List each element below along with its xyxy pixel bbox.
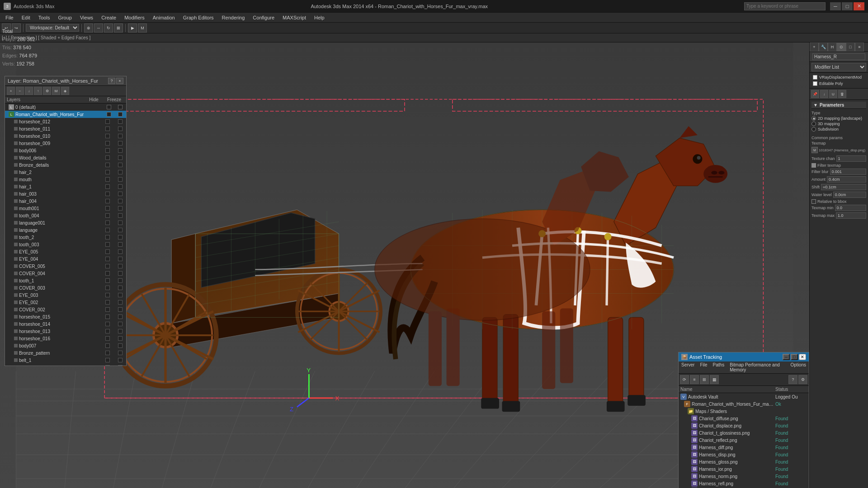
tab-hierarchy[interactable]: H <box>828 42 837 52</box>
menu-rendering[interactable]: Rendering <box>218 14 249 21</box>
sublayer-hide[interactable] <box>105 271 110 276</box>
layer-item-eye_003[interactable]: EYE_003 <box>5 291 126 299</box>
at-menu-file[interactable]: File <box>697 361 710 373</box>
sublayer-freeze[interactable] <box>118 249 123 254</box>
sublayer-hide[interactable] <box>105 148 110 153</box>
layer-item-eye_004[interactable]: EYE_004 <box>5 255 126 263</box>
sublayer-freeze[interactable] <box>118 177 123 182</box>
sublayer-hide[interactable] <box>105 343 110 348</box>
sublayer-hide[interactable] <box>105 170 110 174</box>
sublayer-hide[interactable] <box>105 358 110 362</box>
sublayer-hide[interactable] <box>105 163 110 167</box>
layer-item-eye_005[interactable]: EYE_005 <box>5 248 126 255</box>
texmap-button[interactable]: M <box>811 147 818 153</box>
at-help-button[interactable]: ? <box>788 375 797 384</box>
sublayer-freeze[interactable] <box>118 343 123 348</box>
merge-layer-button[interactable]: M <box>52 87 60 95</box>
delete-layer-button[interactable]: − <box>16 87 24 95</box>
at-row-harness-ior[interactable]: 🖼 Harness_ior.png Found <box>679 465 809 473</box>
layer-item-tooth_004[interactable]: tooth_004 <box>5 212 126 219</box>
filter-texmap-check[interactable] <box>811 163 816 168</box>
layer-item-roman-chariot[interactable]: L Roman_Chariot_with_Horses_Fur <box>5 111 126 118</box>
sublayer-freeze[interactable] <box>118 286 123 290</box>
layer-item-body006[interactable]: body006 <box>5 147 126 154</box>
menu-group[interactable]: Group <box>54 14 75 21</box>
sublayer-freeze[interactable] <box>118 336 123 341</box>
sublayer-freeze[interactable] <box>118 148 123 153</box>
freeze-check-rc[interactable] <box>118 112 123 117</box>
sublayer-hide[interactable] <box>105 365 110 366</box>
sublayer-freeze[interactable] <box>118 192 123 196</box>
at-menu-options[interactable]: Options <box>788 361 809 373</box>
tab-utilities[interactable]: ≡ <box>855 42 864 52</box>
sublayer-freeze[interactable] <box>118 221 123 225</box>
menu-configure[interactable]: Configure <box>249 14 278 21</box>
layer-item-language001[interactable]: language001 <box>5 219 126 226</box>
sublayer-freeze[interactable] <box>118 300 123 305</box>
scale-button[interactable]: ⊠ <box>114 23 123 33</box>
layer-item-horseshoe_016[interactable]: horseshoe_016 <box>5 335 126 342</box>
layer-dialog-close-button[interactable]: × <box>116 78 123 84</box>
layer-item-cover_004[interactable]: COVER_004 <box>5 270 126 277</box>
sublayer-hide[interactable] <box>105 257 110 261</box>
minimize-button[interactable]: ─ <box>830 2 841 10</box>
sublayer-hide[interactable] <box>105 278 110 283</box>
rotate-button[interactable]: ↻ <box>104 23 113 33</box>
layer-item-cover_003[interactable]: COVER_003 <box>5 284 126 291</box>
layer-item-horseshoe_012[interactable]: horseshoe_012 <box>5 118 126 125</box>
at-menu-bitmap[interactable]: Bitmap Performance and Memory <box>727 361 788 373</box>
shift-input[interactable] <box>821 184 866 190</box>
sublayer-hide[interactable] <box>105 155 110 160</box>
at-list-button[interactable]: ≡ <box>690 375 699 384</box>
sublayer-hide[interactable] <box>105 228 110 232</box>
sublayer-hide[interactable] <box>105 286 110 290</box>
radio-3d[interactable]: 3D mapping <box>811 122 866 126</box>
radio-subdiv-dot[interactable] <box>811 127 816 131</box>
at-row-vault[interactable]: V Autodesk Vault Logged Ou <box>679 393 809 400</box>
sublayer-hide[interactable] <box>105 192 110 196</box>
at-row-maps[interactable]: 📁 Maps / Shaders <box>679 408 809 415</box>
at-row-harness-diff[interactable]: 🖼 Harness_diff.png Found <box>679 444 809 451</box>
sublayer-hide[interactable] <box>105 206 110 211</box>
at-minimize-button[interactable]: ─ <box>783 354 790 360</box>
sublayer-hide[interactable] <box>105 213 110 218</box>
sublayer-hide[interactable] <box>105 242 110 247</box>
filter-blur-input[interactable] <box>830 169 866 175</box>
menu-views[interactable]: Views <box>76 14 97 21</box>
layer-item-language[interactable]: language <box>5 226 126 234</box>
layer-item-bronze_details[interactable]: Bronze_details <box>5 161 126 169</box>
at-row-chariot-gloss[interactable]: 🖼 Chariot_t_glossiness.png Found <box>679 429 809 436</box>
menu-animation[interactable]: Animation <box>149 14 179 21</box>
at-grid-button[interactable]: ⊞ <box>700 375 709 384</box>
sublayer-freeze[interactable] <box>118 127 123 131</box>
at-menu-paths[interactable]: Paths <box>710 361 727 373</box>
sublayer-hide[interactable] <box>105 307 110 312</box>
sublayer-hide[interactable] <box>105 314 110 319</box>
layer-item-bronze_pattern[interactable]: Bronze_pattern <box>5 349 126 357</box>
layer-dialog-help-button[interactable]: ? <box>108 78 115 84</box>
sublayer-hide[interactable] <box>105 134 110 138</box>
sublayer-hide[interactable] <box>105 264 110 268</box>
object-name-input[interactable] <box>812 53 865 60</box>
layer-item-cover_002[interactable]: COVER_002 <box>5 306 126 313</box>
menu-help[interactable]: Help <box>311 14 328 21</box>
sublayer-freeze[interactable] <box>118 271 123 276</box>
menu-edit[interactable]: Edit <box>18 14 34 21</box>
texmap-max-input[interactable] <box>836 212 866 219</box>
sublayer-freeze[interactable] <box>118 358 123 362</box>
tab-create[interactable]: + <box>810 42 819 52</box>
radio-subdiv[interactable]: Subdivision <box>811 127 866 131</box>
layer-item-tooth_2[interactable]: tooth_2 <box>5 234 126 241</box>
tab-modify[interactable]: 🔧 <box>819 42 828 52</box>
sublayer-freeze[interactable] <box>118 213 123 218</box>
at-row-file[interactable]: F Roman_Chariot_with_Horses_Fur_max_vray… <box>679 400 809 408</box>
sublayer-hide[interactable] <box>105 184 110 189</box>
layer-item-hair_003[interactable]: hair_003 <box>5 190 126 197</box>
sublayer-freeze[interactable] <box>118 184 123 189</box>
sublayer-hide[interactable] <box>105 322 110 326</box>
sublayer-freeze[interactable] <box>118 119 123 124</box>
sublayer-hide[interactable] <box>105 127 110 131</box>
at-row-chariot-displace[interactable]: 🖼 Chariot_displace.png Found <box>679 422 809 429</box>
highlight-current-button[interactable]: ◈ <box>61 87 69 95</box>
layer-item-hair_004[interactable]: hair_004 <box>5 197 126 205</box>
